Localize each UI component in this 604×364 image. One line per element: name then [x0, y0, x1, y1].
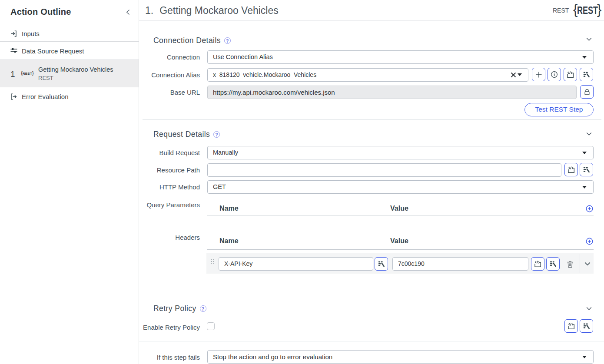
- svg-text:}: }: [597, 3, 601, 17]
- svg-text:REST: REST: [577, 4, 598, 16]
